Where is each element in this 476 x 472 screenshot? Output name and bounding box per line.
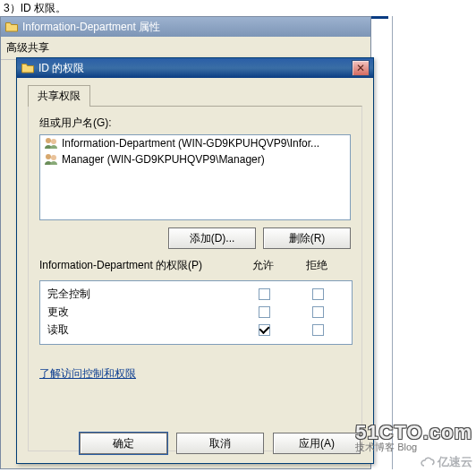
users-listbox[interactable]: Information-Department (WIN-GD9KPUHQVP9\… [39,134,351,220]
cloud-icon [420,456,436,468]
permissions-for-label: Information-Department 的权限(P) [39,258,236,273]
column-deny: 拒绝 [290,258,344,273]
remove-button[interactable]: 删除(R) [263,227,351,249]
folder-icon [4,20,19,34]
decorative-bar [370,16,388,19]
allow-checkbox[interactable] [259,288,270,300]
watermark-yisu: 亿速云 [420,454,472,470]
perm-name: 读取 [47,322,237,338]
tab-share-permissions[interactable]: 共享权限 [28,85,90,107]
perm-name: 完全控制 [47,287,237,302]
cancel-button[interactable]: 取消 [176,433,264,454]
list-item-label: Manager (WIN-GD9KPUHQVP9\Manager) [62,153,265,166]
column-allow: 允许 [236,258,290,273]
allow-checkbox[interactable] [259,306,270,318]
deny-checkbox[interactable] [312,306,324,318]
deny-checkbox[interactable] [312,324,324,336]
list-item[interactable]: Manager (WIN-GD9KPUHQVP9\Manager) [40,151,350,167]
allow-checkbox[interactable] [259,324,270,336]
decorative-line [392,16,393,469]
apply-button[interactable]: 应用(A) [273,433,361,454]
permissions-dialog: ID 的权限 ✕ 共享权限 组或用户名(G): Information-Depa… [16,57,374,464]
users-group-icon [44,152,58,167]
svg-point-2 [46,154,51,159]
folder-icon [21,61,35,75]
ok-button[interactable]: 确定 [80,433,167,454]
svg-point-1 [51,139,56,144]
table-row: 完全控制 [47,285,344,303]
dialog-titlebar[interactable]: ID 的权限 ✕ [17,58,373,78]
learn-acl-link[interactable]: 了解访问控制和权限 [39,366,136,382]
close-icon[interactable]: ✕ [352,60,370,76]
svg-point-3 [51,155,56,160]
users-group-icon [44,136,58,150]
parent-window-title: Information-Department 属性 [22,20,367,35]
share-permissions-panel: 组或用户名(G): Information-Department (WIN-GD… [28,106,362,451]
perm-name: 更改 [47,305,237,320]
table-row: 读取 [47,321,344,339]
watermark-51cto: 51CTO.com 技术博客 Blog [355,423,472,452]
permissions-table: 完全控制 更改 读取 [39,280,353,345]
svg-point-0 [46,138,51,143]
list-item[interactable]: Information-Department (WIN-GD9KPUHQVP9\… [40,135,350,151]
groups-users-label: 组或用户名(G): [39,116,351,131]
parent-titlebar: Information-Department 属性 [1,17,370,37]
list-item-label: Information-Department (WIN-GD9KPUHQVP9\… [62,137,319,150]
deny-checkbox[interactable] [312,288,324,300]
dialog-title: ID 的权限 [38,61,352,76]
add-button[interactable]: 添加(D)... [168,227,256,249]
table-row: 更改 [47,303,344,321]
